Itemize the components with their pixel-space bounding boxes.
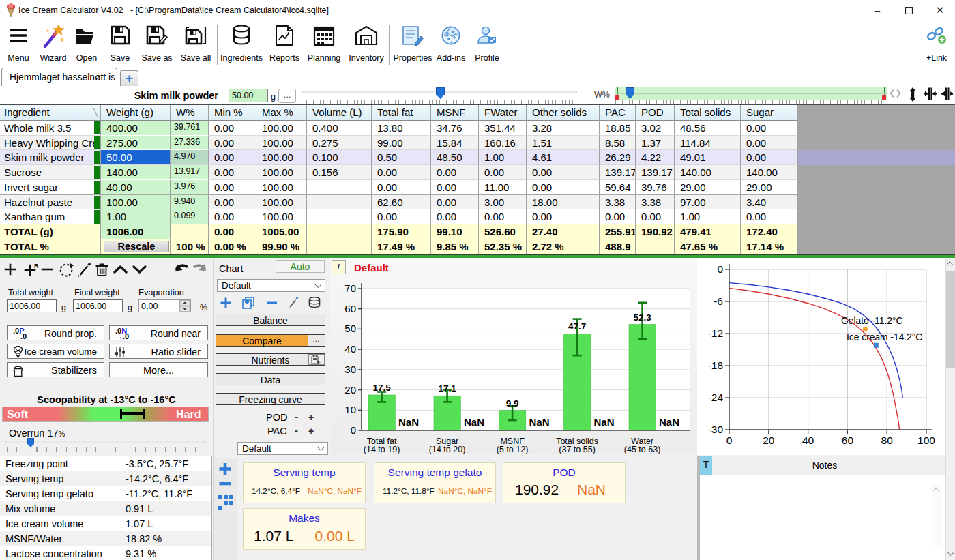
svg-text:40: 40 (344, 343, 356, 355)
svg-text:30: 30 (344, 364, 356, 375)
svg-text:9.9: 9.9 (506, 398, 519, 409)
svg-text:-24: -24 (708, 392, 724, 403)
svg-text:20: 20 (763, 434, 775, 446)
svg-text:(14 to 20): (14 to 20) (429, 445, 466, 454)
svg-text:Ice cream -14.2°C: Ice cream -14.2°C (847, 332, 922, 342)
svg-text:-12: -12 (708, 327, 723, 339)
svg-text:NaN: NaN (659, 416, 679, 428)
svg-text:(14 to 19): (14 to 19) (364, 445, 400, 454)
svg-text:0: 0 (726, 434, 733, 446)
svg-text:40: 40 (802, 434, 814, 446)
svg-text:0: 0 (351, 424, 356, 436)
svg-text:80: 80 (881, 434, 894, 446)
svg-text:R: R (34, 263, 39, 269)
svg-text:100: 100 (917, 434, 935, 446)
svg-text:(37 to 55): (37 to 55) (559, 445, 596, 454)
svg-text:60: 60 (842, 434, 854, 446)
svg-text:NaN: NaN (398, 416, 419, 428)
svg-text:NaN: NaN (464, 416, 484, 428)
svg-text:50: 50 (344, 323, 356, 334)
svg-text:Gelato -11.2°C: Gelato -11.2°C (841, 316, 902, 326)
svg-text:10: 10 (344, 404, 356, 415)
svg-text:(5 to 12): (5 to 12) (497, 445, 529, 454)
svg-text:(45 to 63): (45 to 63) (624, 445, 661, 454)
svg-text:17.1: 17.1 (438, 383, 456, 394)
svg-text:-30: -30 (708, 424, 724, 435)
svg-text:0: 0 (717, 263, 723, 275)
svg-text:-18: -18 (708, 359, 723, 371)
svg-text:20: 20 (344, 384, 356, 396)
svg-text:17.5: 17.5 (372, 383, 391, 393)
svg-text:-6: -6 (714, 295, 723, 307)
svg-text:NaN: NaN (593, 416, 614, 428)
svg-text:52.3: 52.3 (633, 312, 651, 323)
svg-text:NaN: NaN (529, 416, 549, 428)
svg-text:47.7: 47.7 (568, 321, 586, 331)
svg-text:60: 60 (344, 303, 356, 314)
svg-text:70: 70 (344, 282, 356, 294)
